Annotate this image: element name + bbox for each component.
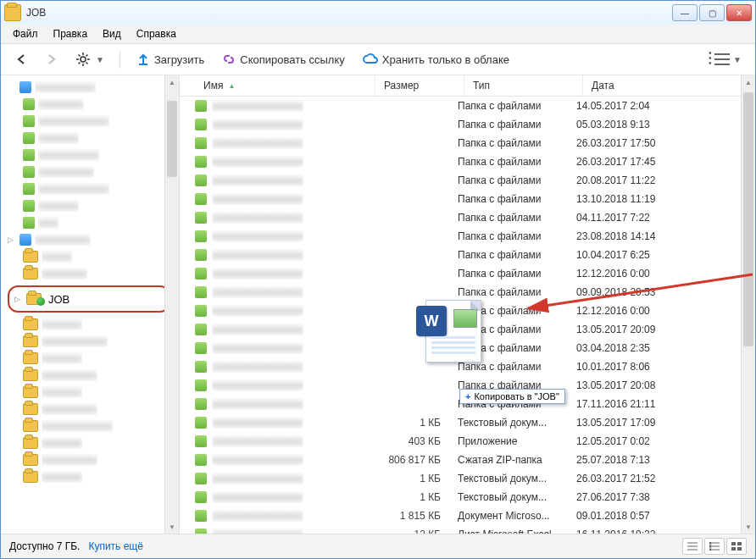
table-row[interactable]: xxxxxxxxxxxxxxxxxxПапка с файлами09.09.2… [180, 283, 755, 302]
file-name: xxxxxxxxxxxxxxxxxx [212, 473, 303, 484]
titlebar[interactable]: JOB — ▢ ✕ [1, 1, 755, 25]
cell-date: 17.11.2016 21:11 [568, 398, 755, 410]
table-row[interactable]: xxxxxxxxxxxxxxxxxx1 КБТекстовый докум...… [180, 469, 755, 488]
close-button[interactable]: ✕ [726, 4, 752, 21]
cell-type: Папка с файлами [449, 342, 568, 354]
cell-date: 26.03.2017 17:50 [568, 137, 755, 149]
view-details-button[interactable] [682, 538, 703, 555]
file-name: xxxxxxxxxxxxxxxxxx [212, 137, 303, 149]
cell-type: Папка с файлами [449, 249, 568, 261]
svg-rect-18 [709, 545, 711, 547]
cell-type: Текстовый докум... [449, 491, 568, 503]
menu-help[interactable]: Справка [130, 26, 183, 42]
nav-forward-button[interactable] [38, 49, 65, 69]
sync-status-icon [195, 491, 207, 503]
file-name: xxxxxxxxxxxxxxxxxx [212, 100, 303, 112]
menu-edit[interactable]: Правка [47, 26, 95, 42]
cell-type: Папка с файлами [449, 268, 568, 280]
column-date[interactable]: Дата [583, 75, 755, 96]
copy-link-button[interactable]: Скопировать ссылку [214, 48, 352, 70]
table-row[interactable]: xxxxxxxxxxxxxxxxxxПапка с файлами10.01.2… [180, 357, 755, 376]
sidebar-scrollbar[interactable]: ▲▼ [164, 75, 179, 534]
cell-size: 1 КБ [360, 417, 449, 429]
sync-badge-icon [36, 297, 45, 306]
table-row[interactable]: xxxxxxxxxxxxxxxxxx806 817 КБСжатая ZIP-п… [180, 451, 755, 469]
sync-status-icon [195, 379, 207, 391]
file-name: xxxxxxxxxxxxxxxxxx [212, 268, 303, 280]
sync-status-icon [195, 174, 207, 186]
sync-status-icon [195, 119, 207, 130]
nav-back-button[interactable] [8, 49, 35, 69]
table-row[interactable]: xxxxxxxxxxxxxxxxxxПапка с файлами03.04.2… [180, 339, 755, 357]
chevron-down-icon: ▼ [96, 55, 104, 64]
window-title: JOB [26, 7, 46, 19]
svg-point-0 [81, 57, 86, 62]
sync-status-icon [195, 454, 207, 466]
table-row[interactable]: xxxxxxxxxxxxxxxxxx1 КБТекстовый докум...… [180, 488, 755, 506]
table-row[interactable]: xxxxxxxxxxxxxxxxxxПапка с файлами13.05.2… [180, 320, 755, 339]
file-name: xxxxxxxxxxxxxxxxxx [212, 324, 303, 335]
cell-type: Приложение [449, 435, 568, 447]
file-name: xxxxxxxxxxxxxxxxxx [212, 156, 303, 168]
table-row[interactable]: xxxxxxxxxxxxxxxxxx1 КБТекстовый докум...… [180, 413, 755, 432]
table-row[interactable]: xxxxxxxxxxxxxxxxxxПапка с файлами05.03.2… [180, 115, 755, 134]
table-row[interactable]: xxxxxxxxxxxxxxxxxx1 815 КБДокумент Micro… [180, 506, 755, 525]
sync-status-icon [195, 156, 207, 168]
explorer-window: JOB — ▢ ✕ Файл Правка Вид Справка ▼ Загр… [0, 0, 756, 559]
column-name[interactable]: Имя▲ [195, 75, 375, 96]
cell-type: Документ Microso... [449, 510, 568, 522]
cell-type: Папка с файлами [449, 193, 568, 205]
cell-date: 13.05.2017 20:08 [568, 379, 755, 391]
upload-button[interactable]: Загрузить [129, 48, 211, 70]
file-name: xxxxxxxxxxxxxxxxxx [212, 119, 303, 130]
cell-type: Папка с файлами [449, 230, 568, 242]
table-row[interactable]: xxxxxxxxxxxxxxxxxxПапка с файлами12.12.2… [180, 264, 755, 283]
list-scrollbar[interactable]: ▲▼ [741, 75, 755, 534]
table-row[interactable]: xxxxxxxxxxxxxxxxxx403 КБПриложение12.05.… [180, 432, 755, 451]
menu-view[interactable]: Вид [96, 26, 128, 42]
table-row[interactable]: xxxxxxxxxxxxxxxxxxПапка с файлами10.04.2… [180, 246, 755, 264]
svg-rect-19 [709, 549, 711, 551]
view-list-button[interactable] [704, 538, 725, 555]
table-row[interactable]: xxxxxxxxxxxxxxxxxxПапка с файлами26.03.2… [180, 134, 755, 152]
maximize-button[interactable]: ▢ [699, 4, 725, 21]
table-row[interactable]: xxxxxxxxxxxxxxxxxxПапка с файлами23.08.2… [180, 227, 755, 246]
plus-icon: + [465, 391, 470, 401]
menu-file[interactable]: Файл [6, 26, 45, 42]
sync-status-icon [195, 100, 207, 112]
cell-date: 10.01.2017 8:06 [568, 361, 755, 373]
view-icons-button[interactable] [726, 538, 747, 555]
file-name: xxxxxxxxxxxxxxxxxx [212, 286, 303, 298]
view-mode-button[interactable]: ▼ [714, 53, 742, 65]
cell-date: 23.08.2018 14:14 [568, 230, 755, 242]
column-type[interactable]: Тип [464, 75, 583, 96]
sidebar-tree[interactable]: xxxxxxxxxxxx xxxxxxxxx xxxxxxxxxxxxxx xx… [1, 75, 180, 534]
cloud-only-button[interactable]: Хранить только в облаке [355, 49, 516, 69]
file-name: xxxxxxxxxxxxxxxxxx [212, 417, 303, 429]
sync-status-icon [195, 342, 207, 354]
table-row[interactable]: xxxxxxxxxxxxxxxxxxПапка с файлами13.10.2… [180, 190, 755, 208]
table-row[interactable]: xxxxxxxxxxxxxxxxxxПапка с файлами04.11.2… [180, 208, 755, 227]
cell-date: 14.05.2017 2:04 [568, 100, 755, 112]
sidebar-item-job[interactable]: ▷ JOB [8, 285, 170, 313]
table-row[interactable]: xxxxxxxxxxxxxxxxxxПапка с файлами20.08.2… [180, 171, 755, 190]
sync-status-icon [195, 324, 207, 335]
file-name: xxxxxxxxxxxxxxxxxx [212, 491, 303, 503]
cell-date: 12.12.2016 0:00 [568, 268, 755, 280]
table-row[interactable]: xxxxxxxxxxxxxxxxxxПапка с файлами26.03.2… [180, 152, 755, 171]
sync-status-icon [195, 286, 207, 298]
table-row[interactable]: xxxxxxxxxxxxxxxxxx12 КБЛист Microsoft Ex… [180, 525, 755, 534]
settings-button[interactable]: ▼ [69, 48, 111, 70]
minimize-button[interactable]: — [672, 4, 698, 21]
expand-triangle-icon[interactable]: ▷ [14, 295, 23, 303]
file-name: xxxxxxxxxxxxxxxxxx [212, 174, 303, 186]
content-area: xxxxxxxxxxxx xxxxxxxxx xxxxxxxxxxxxxx xx… [1, 75, 755, 534]
cell-size: 1 КБ [360, 473, 449, 484]
cell-date: 26.03.2017 21:52 [568, 473, 755, 484]
buy-more-link[interactable]: Купить ещё [88, 540, 143, 552]
table-row[interactable]: xxxxxxxxxxxxxxxxxxПапка с файлами14.05.2… [180, 97, 755, 115]
cell-date: 05.03.2018 9:13 [568, 119, 755, 130]
column-size[interactable]: Размер [375, 75, 464, 96]
sync-status-icon [195, 417, 207, 429]
table-row[interactable]: xxxxxxxxxxxxxxxxxxПапка с файлами12.12.2… [180, 302, 755, 320]
